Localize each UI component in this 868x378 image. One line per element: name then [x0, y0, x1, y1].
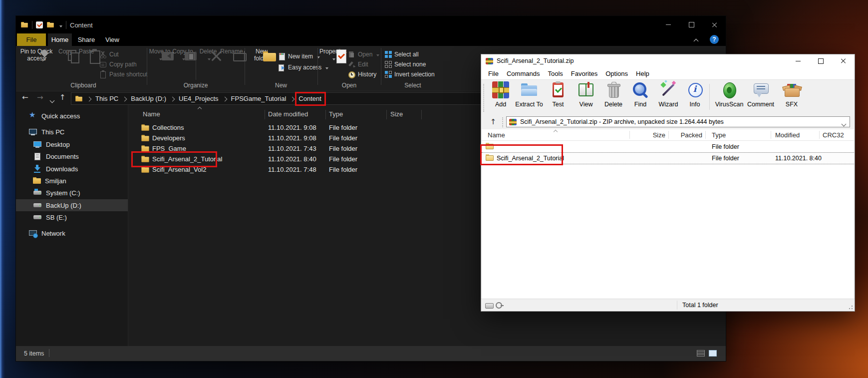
column-header-type[interactable]: Type — [712, 131, 726, 139]
select-all-button[interactable]: Select all — [385, 50, 419, 59]
checkmark-icon[interactable] — [36, 21, 43, 28]
recent-locations-chevron-icon[interactable] — [50, 95, 54, 104]
maximize-button[interactable] — [680, 16, 703, 33]
combo-dropdown-chevron-icon[interactable] — [842, 120, 846, 127]
divider[interactable] — [325, 110, 326, 119]
column-header-type[interactable]: Type — [329, 110, 343, 118]
column-header-size[interactable]: Size — [636, 131, 665, 139]
help-icon[interactable]: ? — [710, 35, 719, 44]
archive-path-combobox[interactable]: Scifi_Arsenal_2_Tutorial.zip - ZIP archi… — [506, 116, 850, 127]
new-item-button[interactable]: New item — [278, 52, 320, 61]
breadcrumb-item-current[interactable]: Content — [298, 95, 321, 102]
properties-button[interactable]: Properties — [319, 48, 346, 62]
up-one-level-button[interactable]: ↑ — [487, 116, 499, 127]
qat-dropdown-caret-icon[interactable] — [59, 25, 62, 29]
move-to-button[interactable]: Move to — [149, 48, 171, 62]
tab-file[interactable]: File — [17, 33, 46, 46]
folder-icon[interactable] — [21, 22, 28, 28]
sfx-button[interactable]: SFX — [777, 81, 806, 108]
explorer-titlebar[interactable]: Content — [16, 16, 726, 33]
maximize-button[interactable] — [809, 54, 832, 67]
view-button[interactable]: View — [572, 81, 600, 108]
large-icons-view-icon[interactable] — [709, 350, 717, 357]
back-icon[interactable]: ← — [22, 93, 28, 102]
winrar-titlebar[interactable]: Scifi_Arsenal_2_Tutorial.zip — [481, 54, 855, 67]
pin-to-quick-access-button[interactable]: Pin to Quick access — [20, 48, 53, 62]
archive-row-parent[interactable]: File folder — [482, 141, 854, 152]
delete-button[interactable]: Delete — [599, 81, 628, 108]
forward-icon[interactable]: → — [37, 93, 43, 102]
up-icon[interactable]: ↑ — [59, 93, 66, 102]
archive-row-selected[interactable]: Scifi_Arsenal_2_Tutorial File folder 11.… — [482, 152, 854, 164]
divider[interactable] — [819, 131, 820, 139]
paste-shortcut-button[interactable]: Paste shortcut — [99, 70, 148, 79]
divider[interactable] — [771, 131, 771, 139]
cut-button[interactable]: Cut — [99, 50, 119, 59]
test-button[interactable]: Test — [544, 81, 573, 108]
tab-share[interactable]: Share — [74, 33, 99, 46]
copy-to-button[interactable]: Copy to — [172, 48, 194, 62]
delete-button[interactable]: Delete — [198, 48, 219, 62]
sidebar-item-this-pc[interactable]: This PC — [16, 126, 128, 138]
divider[interactable] — [265, 110, 265, 119]
column-header-modified[interactable]: Modified — [775, 131, 800, 139]
breadcrumb-item[interactable]: This PC — [95, 95, 118, 102]
tab-home[interactable]: Home — [48, 33, 72, 46]
divider[interactable] — [421, 110, 422, 119]
breadcrumb-item[interactable]: UE4_Projects — [179, 95, 218, 102]
divider[interactable] — [386, 110, 387, 119]
minimize-button[interactable] — [787, 54, 810, 67]
sidebar-item-backup-d[interactable]: BackUp (D:) — [16, 199, 128, 211]
sidebar-item-system-c[interactable]: System (C:) — [16, 187, 128, 199]
extract-to-button[interactable]: Extract To — [515, 81, 544, 108]
info-button[interactable]: Info — [680, 81, 709, 108]
column-header-crc32[interactable]: CRC32 — [823, 131, 844, 139]
column-header-date-modified[interactable]: Date modified — [268, 110, 308, 118]
minimize-button[interactable] — [657, 16, 680, 33]
comment-button[interactable]: Comment — [746, 81, 775, 108]
column-header-size[interactable]: Size — [390, 110, 403, 118]
folder-icon[interactable] — [47, 22, 54, 28]
copy-path-button[interactable]: Copy path — [99, 60, 137, 69]
menu-commands[interactable]: Commands — [503, 68, 544, 79]
tab-view[interactable]: View — [101, 33, 124, 46]
column-header-packed[interactable]: Packed — [671, 131, 702, 139]
sidebar-item-smiljan[interactable]: Smiljan — [16, 175, 128, 187]
breadcrumb-item[interactable]: FPSGame_Tutorial — [231, 95, 287, 102]
divider[interactable] — [668, 131, 669, 139]
sidebar-item-network[interactable]: Network — [16, 227, 128, 239]
column-header-name[interactable]: Name — [143, 110, 160, 118]
add-button[interactable]: Add — [486, 81, 515, 108]
select-none-button[interactable]: Select none — [385, 60, 426, 69]
sidebar-item-downloads[interactable]: Downloads — [16, 163, 128, 175]
close-button[interactable] — [703, 16, 726, 33]
rename-button[interactable]: Rename — [220, 48, 244, 55]
wizard-button[interactable]: Wizard — [654, 81, 683, 108]
edit-button[interactable]: Edit — [347, 60, 368, 69]
find-button[interactable]: Find — [626, 81, 655, 108]
sidebar-item-sb-e[interactable]: SB (E:) — [16, 211, 128, 223]
close-button[interactable] — [832, 54, 855, 67]
divider[interactable] — [629, 131, 630, 139]
paste-button[interactable]: Paste — [76, 48, 97, 55]
menu-options[interactable]: Options — [601, 68, 632, 79]
resize-grip[interactable] — [848, 304, 854, 310]
divider[interactable] — [705, 131, 706, 139]
open-button[interactable]: Open — [347, 50, 379, 59]
menu-favorites[interactable]: Favorites — [567, 68, 601, 79]
virusscan-button[interactable]: VirusScan — [715, 81, 744, 108]
invert-selection-button[interactable]: Invert selection — [385, 70, 435, 79]
new-folder-button[interactable]: New folder — [248, 48, 276, 62]
menu-help[interactable]: Help — [632, 68, 653, 79]
breadcrumb-item[interactable]: BackUp (D:) — [131, 95, 166, 102]
history-button[interactable]: History — [347, 70, 376, 79]
collapse-ribbon-icon[interactable] — [694, 36, 698, 45]
sidebar-item-quick-access[interactable]: Quick access — [16, 110, 128, 122]
column-header-name[interactable]: Name — [488, 131, 505, 139]
menu-tools[interactable]: Tools — [544, 68, 567, 79]
menu-file[interactable]: File — [484, 68, 503, 79]
sidebar-item-desktop[interactable]: Desktop — [16, 138, 128, 150]
sidebar-item-documents[interactable]: Documents — [16, 150, 128, 162]
details-view-icon[interactable] — [697, 350, 705, 357]
copy-button[interactable]: Copy — [55, 48, 76, 55]
